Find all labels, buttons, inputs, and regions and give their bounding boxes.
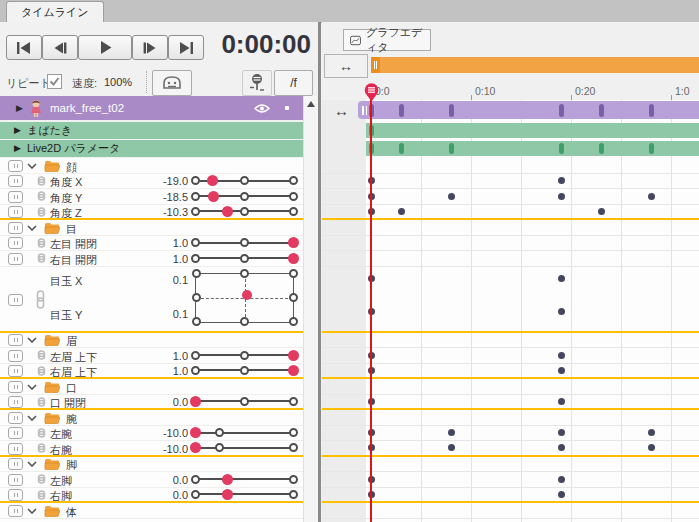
- slider-default-knob[interactable]: [191, 366, 200, 375]
- playhead-pin[interactable]: [363, 83, 380, 102]
- clip-move-handle-icon[interactable]: ↔: [334, 102, 349, 119]
- slider-value-knob[interactable]: [190, 442, 201, 453]
- slider-default-knob[interactable]: [289, 428, 298, 437]
- slider-default-knob[interactable]: [240, 366, 249, 375]
- track-enable-toggle[interactable]: [8, 160, 23, 172]
- keyframe-dot[interactable]: [648, 193, 655, 200]
- slider-value-knob[interactable]: [222, 206, 233, 217]
- parameter-slider[interactable]: [195, 441, 293, 455]
- parameter-slider[interactable]: [195, 236, 293, 251]
- group-track-bar[interactable]: [366, 141, 699, 157]
- track-enable-toggle[interactable]: [8, 294, 23, 306]
- slider-default-knob[interactable]: [289, 475, 298, 484]
- parameter-slider[interactable]: [195, 488, 293, 502]
- keyframe-dot[interactable]: [558, 275, 565, 282]
- track-enable-toggle[interactable]: [8, 350, 23, 362]
- repeat-checkbox[interactable]: [47, 74, 62, 89]
- slider-default-knob[interactable]: [240, 207, 249, 216]
- folder-label[interactable]: 目: [66, 222, 77, 237]
- slider-value-knob[interactable]: [288, 365, 299, 376]
- slider-default-knob[interactable]: [240, 254, 249, 263]
- parameter-value[interactable]: 1.0: [126, 365, 188, 377]
- pane-divider[interactable]: [318, 22, 321, 522]
- parameter-value[interactable]: 0.1: [126, 308, 188, 320]
- chevron-down-icon[interactable]: [27, 337, 37, 343]
- group-keyframe-marker[interactable]: [599, 143, 604, 154]
- keyframe-dot[interactable]: [648, 429, 655, 436]
- slider-value-knob[interactable]: [208, 191, 219, 202]
- track-enable-toggle[interactable]: [8, 381, 23, 393]
- expand-triangle-icon[interactable]: ▶: [16, 104, 23, 113]
- clip-keyframe-marker[interactable]: [559, 104, 564, 117]
- previous-frame-button[interactable]: [42, 35, 78, 60]
- slider-default-knob[interactable]: [289, 397, 298, 406]
- play-button[interactable]: [78, 35, 132, 60]
- go-to-end-button[interactable]: [168, 35, 204, 60]
- keyframe-dot[interactable]: [558, 491, 565, 498]
- track-enable-toggle[interactable]: [8, 458, 23, 470]
- keyframe-dot[interactable]: [558, 193, 565, 200]
- pad-corner-knob[interactable]: [192, 317, 201, 326]
- keyframe-dot[interactable]: [448, 429, 455, 436]
- slider-default-knob[interactable]: [289, 207, 298, 216]
- slider-default-knob[interactable]: [191, 254, 200, 263]
- parameter-value[interactable]: -10.0: [126, 443, 188, 455]
- parameter-slider[interactable]: [195, 189, 293, 204]
- track-enable-toggle[interactable]: [8, 191, 23, 203]
- track-enable-toggle[interactable]: [8, 237, 23, 249]
- parameter-value[interactable]: 1.0: [126, 237, 188, 249]
- keyframe-dot[interactable]: [558, 352, 565, 359]
- slider-default-knob[interactable]: [289, 192, 298, 201]
- chevron-down-icon[interactable]: [27, 415, 37, 421]
- tab-timeline[interactable]: タイムライン: [6, 1, 104, 23]
- group-keyframe-marker[interactable]: [449, 143, 454, 154]
- track-enable-toggle[interactable]: [8, 253, 23, 265]
- slider-default-knob[interactable]: [191, 176, 200, 185]
- parameter-value[interactable]: 1.0: [126, 350, 188, 362]
- parameter-slider[interactable]: [195, 364, 293, 378]
- parameter-pin-button[interactable]: [242, 70, 272, 96]
- slider-value-knob[interactable]: [222, 489, 233, 500]
- slider-value-knob[interactable]: [288, 253, 299, 264]
- track-enable-toggle[interactable]: [8, 443, 23, 455]
- horizontal-zoom-button[interactable]: ↔: [324, 54, 368, 78]
- slider-value-knob[interactable]: [207, 175, 218, 186]
- graph-editor-button[interactable]: グラフエディタ: [343, 29, 431, 51]
- slider-value-knob[interactable]: [222, 474, 233, 485]
- parameter-slider[interactable]: [195, 472, 293, 487]
- scroll-up-arrow-icon[interactable]: [307, 101, 315, 107]
- slider-default-knob[interactable]: [289, 176, 298, 185]
- folder-label[interactable]: 脚: [66, 458, 77, 473]
- slider-value-knob[interactable]: [190, 396, 201, 407]
- keyframe-dot[interactable]: [598, 208, 605, 215]
- chevron-down-icon[interactable]: [27, 508, 37, 514]
- parameter-value[interactable]: 0.1: [126, 274, 188, 286]
- vertical-scrollbar[interactable]: [303, 96, 319, 522]
- parameter-slider[interactable]: [195, 426, 293, 441]
- parameter-value[interactable]: 0.0: [126, 489, 188, 501]
- clip-keyframe-marker[interactable]: [399, 104, 404, 117]
- track-enable-toggle[interactable]: [8, 396, 23, 408]
- chevron-down-icon[interactable]: [27, 225, 37, 231]
- slider-default-knob[interactable]: [240, 238, 249, 247]
- track-enable-toggle[interactable]: [8, 222, 23, 234]
- slider-value-knob[interactable]: [190, 427, 201, 438]
- clip-keyframe-marker[interactable]: [449, 104, 454, 117]
- pad-corner-knob[interactable]: [240, 269, 249, 278]
- clip-keyframe-marker[interactable]: [599, 104, 604, 117]
- slider-default-knob[interactable]: [191, 238, 200, 247]
- parameter-value[interactable]: -18.5: [126, 191, 188, 203]
- slider-default-knob[interactable]: [191, 490, 200, 499]
- group-keyframe-marker[interactable]: [649, 143, 654, 154]
- group-keyframe-marker[interactable]: [559, 143, 564, 154]
- track-enable-toggle[interactable]: [8, 206, 23, 218]
- eyeball-xy-pad[interactable]: [195, 273, 294, 323]
- folder-label[interactable]: 眉: [66, 334, 77, 349]
- parameter-slider[interactable]: [195, 205, 293, 219]
- expand-triangle-icon[interactable]: ▶: [14, 126, 21, 135]
- slider-default-knob[interactable]: [240, 176, 249, 185]
- pad-corner-knob[interactable]: [289, 293, 298, 302]
- slider-default-knob[interactable]: [191, 207, 200, 216]
- track-enable-toggle[interactable]: [8, 412, 23, 424]
- chevron-down-icon[interactable]: [27, 163, 37, 169]
